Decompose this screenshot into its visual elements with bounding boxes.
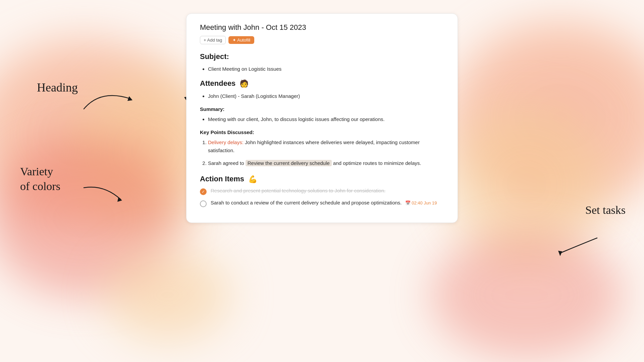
- arrow-heading: [80, 85, 134, 112]
- bg-blob-7: [101, 245, 235, 345]
- tasks-section: ✓ Research and present potential technol…: [200, 188, 444, 207]
- key-point-2: Sarah agreed to Review the current deliv…: [208, 159, 444, 167]
- summary-label: Summary:: [200, 106, 444, 112]
- bg-blob-6: [426, 228, 627, 362]
- svg-marker-2: [117, 197, 122, 202]
- task-item-1: ✓ Research and present potential technol…: [200, 188, 444, 195]
- doc-title: Meeting with John - Oct 15 2023: [200, 23, 444, 32]
- key-point-1-label: Delivery delays:: [208, 139, 244, 145]
- card-wrapper: Meeting with John - Oct 15 2023 + Add ta…: [186, 13, 458, 223]
- task-text-1: Research and present potential technolog…: [211, 188, 385, 193]
- attendees-heading: Attendees 🧑: [200, 79, 444, 88]
- key-point-2-before: Sarah agreed to: [208, 160, 246, 166]
- task-text-2: Sarah to conduct a review of the current…: [211, 200, 437, 205]
- key-points-list: Delivery delays: John highlighted instan…: [200, 138, 444, 167]
- key-point-2-highlight: Review the current delivery schedule: [246, 160, 332, 166]
- arrow-variety: [80, 178, 124, 204]
- attendees-list: John (Client) - Sarah (Logistics Manager…: [200, 92, 444, 100]
- task-item-2: Sarah to conduct a review of the current…: [200, 200, 444, 207]
- arrow-settasks: [550, 231, 600, 258]
- summary-list: Meeting with our client, John, to discus…: [200, 115, 444, 123]
- key-points-label: Key Points Discussed:: [200, 129, 444, 135]
- svg-marker-0: [127, 96, 132, 101]
- task-due-2: 📅 02:40 Jun 19: [405, 200, 437, 205]
- tag-row: + Add tag ✦ Autofill: [200, 36, 444, 44]
- subject-list: Client Meeting on Logistic Issues: [200, 65, 444, 73]
- summary-bullet: Meeting with our client, John, to discus…: [208, 115, 444, 123]
- key-point-2-after: and optimize routes to minimize delays.: [333, 160, 421, 166]
- annotation-heading: Heading: [37, 80, 78, 95]
- bg-blob-5: [443, 101, 610, 268]
- key-point-1: Delivery delays: John highlighted instan…: [208, 138, 444, 155]
- annotation-variety: Varietyof colors: [20, 164, 60, 194]
- bg-blob-1: [0, 34, 201, 235]
- action-items-heading: Action Items 💪: [200, 175, 444, 184]
- autofill-button[interactable]: ✦ Autofill: [228, 36, 254, 44]
- action-items-emoji: 💪: [248, 175, 257, 183]
- svg-marker-3: [558, 251, 562, 256]
- bg-blob-4: [443, 17, 644, 218]
- add-tag-button[interactable]: + Add tag: [200, 36, 226, 44]
- attendees-emoji: 🧑: [239, 79, 249, 88]
- subject-heading: Subject:: [200, 52, 444, 61]
- bg-blob-3: [0, 134, 184, 302]
- subject-bullet: Client Meeting on Logistic Issues: [208, 65, 444, 73]
- task-checkbox-2[interactable]: [200, 200, 207, 207]
- task-checkbox-1[interactable]: ✓: [200, 188, 207, 195]
- attendees-bullet: John (Client) - Sarah (Logistics Manager…: [208, 92, 444, 100]
- document-card: Meeting with John - Oct 15 2023 + Add ta…: [186, 13, 458, 223]
- annotation-settasks: Set tasks: [585, 204, 626, 217]
